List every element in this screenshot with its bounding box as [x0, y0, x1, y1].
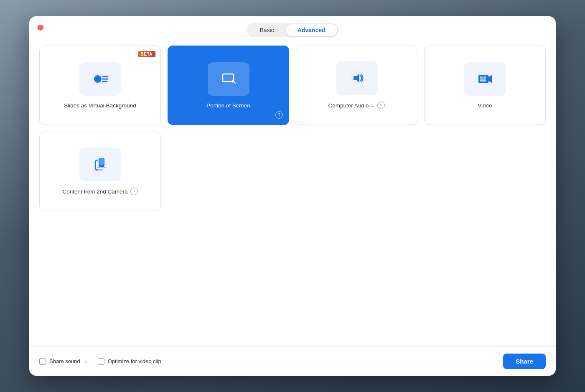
card-row-2: Content from 2nd Camera ? — [39, 132, 546, 211]
card-grid: BETA Slides as Virtual Background — [39, 46, 546, 211]
svg-rect-12 — [480, 76, 483, 79]
audio-icon — [348, 69, 366, 87]
share-sound-label: Share sound — [49, 358, 80, 364]
card-content-2nd-camera[interactable]: Content from 2nd Camera ? — [39, 132, 161, 211]
share-sound-item[interactable]: Share sound ⌄ — [39, 358, 88, 365]
audio-icon-wrapper — [336, 61, 378, 95]
optimize-video-item[interactable]: Optimize for video clip — [98, 358, 161, 365]
svg-point-0 — [94, 75, 102, 83]
svg-marker-11 — [488, 75, 492, 83]
optimize-video-label: Optimize for video clip — [108, 358, 161, 364]
svg-rect-16 — [99, 159, 104, 165]
share-sound-checkbox[interactable] — [39, 358, 46, 365]
optimize-video-checkbox[interactable] — [98, 358, 104, 365]
close-button[interactable] — [38, 25, 43, 31]
camera2-icon-wrapper — [79, 148, 121, 181]
svg-rect-14 — [480, 79, 486, 81]
svg-rect-17 — [97, 167, 106, 168]
tab-group: Basic Advanced — [247, 23, 338, 37]
audio-label: Computer Audio — [328, 102, 369, 109]
card-portion-screen[interactable]: + Portion of Screen ? — [168, 46, 289, 125]
screen-icon-wrapper: + — [208, 62, 249, 96]
bottom-left: Share sound ⌄ Optimize for video clip — [39, 358, 161, 365]
svg-rect-10 — [478, 75, 488, 83]
slides-label: Slides as Virtual Background — [64, 102, 136, 109]
bottom-bar: Share sound ⌄ Optimize for video clip Sh… — [29, 346, 556, 376]
camera2-icon — [91, 155, 109, 173]
screen-icon: + — [219, 70, 238, 88]
share-screen-modal: Basic Advanced BETA — [29, 16, 556, 376]
screen-help-icon[interactable]: ? — [275, 111, 283, 119]
camera2-label-row: Content from 2nd Camera ? — [62, 188, 137, 195]
svg-rect-13 — [483, 76, 486, 79]
svg-text:+: + — [231, 79, 234, 84]
tab-bar: Basic Advanced — [29, 16, 556, 37]
audio-chevron-icon: ⌄ — [371, 103, 375, 108]
video-label: Video — [478, 102, 492, 109]
screen-label: Portion of Screen — [206, 102, 250, 109]
video-icon-wrapper — [464, 62, 506, 96]
card-video[interactable]: Video — [424, 46, 546, 125]
svg-rect-18 — [94, 169, 103, 171]
tab-basic[interactable]: Basic — [248, 24, 285, 36]
tab-advanced[interactable]: Advanced — [286, 24, 337, 36]
video-icon — [476, 70, 494, 88]
share-button[interactable]: Share — [503, 354, 546, 369]
audio-help-icon[interactable]: ? — [377, 102, 385, 109]
grid-area: BETA Slides as Virtual Background — [29, 37, 556, 346]
card-computer-audio[interactable]: Computer Audio ⌄ ? — [296, 46, 417, 125]
camera2-help-icon[interactable]: ? — [130, 188, 138, 195]
slides-icon — [91, 70, 109, 88]
camera2-label: Content from 2nd Camera — [62, 188, 127, 195]
screen-label-row: Portion of Screen — [206, 102, 250, 109]
card-slides-virtual-bg[interactable]: BETA Slides as Virtual Background — [39, 46, 161, 125]
card-row-1: BETA Slides as Virtual Background — [39, 46, 546, 125]
share-sound-chevron-icon[interactable]: ⌄ — [84, 359, 88, 364]
audio-label-row: Computer Audio ⌄ ? — [328, 102, 385, 109]
beta-badge: BETA — [138, 51, 155, 57]
slides-icon-wrapper — [79, 62, 121, 96]
